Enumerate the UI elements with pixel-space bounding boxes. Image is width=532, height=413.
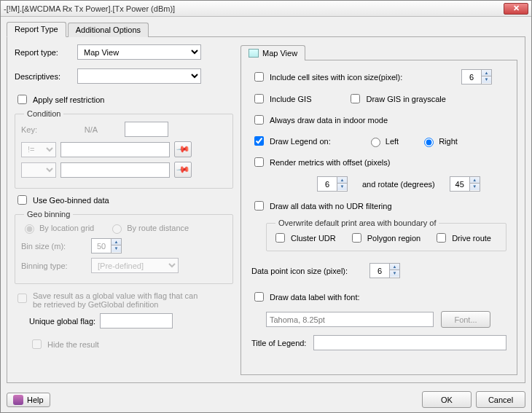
condition-legend: Condition xyxy=(24,109,63,118)
condition-key-label: Key: xyxy=(21,125,58,134)
ok-button[interactable]: OK xyxy=(422,391,472,408)
apply-self-restriction-checkbox[interactable] xyxy=(17,95,27,104)
bin-size-label: Bin size (m): xyxy=(21,242,87,251)
spinner-down-icon[interactable]: ▼ xyxy=(390,270,399,277)
spinner-up-icon[interactable]: ▲ xyxy=(482,70,491,76)
condition-fieldset: Condition Key: N/A != 📌 xyxy=(15,114,233,189)
title-of-legend-label: Title of Legend: xyxy=(251,339,306,347)
drive-route-checkbox[interactable] xyxy=(437,233,446,243)
descriptives-select[interactable] xyxy=(77,68,201,84)
geo-binning-legend: Geo binning xyxy=(24,210,73,219)
always-indoor-checkbox[interactable] xyxy=(254,115,264,125)
unique-flag-input[interactable] xyxy=(100,313,173,329)
condition-pick-button-2[interactable]: 📌 xyxy=(174,162,192,178)
condition-logic-select[interactable] xyxy=(21,162,56,178)
descriptives-label: Descriptives: xyxy=(15,72,73,81)
titlebar: -[!M].[&WCDMA Rx Tx Power].[Tx Power (dB… xyxy=(1,1,531,17)
rotate-label: and rotate (degrees) xyxy=(362,180,435,189)
condition-op-select[interactable]: != xyxy=(21,142,56,157)
hide-result-checkbox[interactable] xyxy=(32,339,42,349)
spinner-down-icon[interactable]: ▼ xyxy=(470,184,480,190)
rotate-input[interactable] xyxy=(450,177,469,191)
bin-size-spinner[interactable]: ▲▼ xyxy=(91,238,122,253)
spinner-up-icon[interactable]: ▲ xyxy=(390,264,399,270)
data-point-input[interactable] xyxy=(370,264,389,278)
condition-value-input-2[interactable] xyxy=(60,162,170,178)
spinner-up-icon[interactable]: ▲ xyxy=(470,177,480,184)
geo-binning-fieldset: Geo binning By location grid By route di… xyxy=(15,214,233,284)
save-result-label: Save result as a global value with flag … xyxy=(33,291,208,309)
spinner-up-icon[interactable]: ▲ xyxy=(112,239,121,245)
no-udr-checkbox[interactable] xyxy=(254,201,264,211)
offset-input[interactable] xyxy=(318,177,337,191)
title-of-legend-input[interactable] xyxy=(313,335,506,350)
right-tabstrip: Map View xyxy=(240,44,517,60)
unique-flag-label: Unique global flag: xyxy=(29,317,95,326)
binning-type-label: Binning type: xyxy=(21,261,87,270)
draw-gis-grayscale-checkbox[interactable] xyxy=(351,94,360,103)
spinner-down-icon[interactable]: ▼ xyxy=(482,76,491,83)
legend-right-radio[interactable] xyxy=(424,138,434,147)
pushpin-icon: 📌 xyxy=(176,162,190,177)
bin-size-input[interactable] xyxy=(92,239,111,253)
report-type-label: Report type: xyxy=(15,48,73,57)
map-view-icon xyxy=(249,49,259,58)
help-icon xyxy=(13,395,23,405)
draw-legend-checkbox[interactable] xyxy=(254,136,264,146)
by-route-radio[interactable] xyxy=(112,224,122,234)
overwrite-fieldset: Overwrite default print area with bounda… xyxy=(266,223,506,251)
condition-key-input[interactable] xyxy=(125,122,168,137)
spinner-down-icon[interactable]: ▼ xyxy=(112,245,121,252)
spinner-down-icon[interactable]: ▼ xyxy=(337,184,347,190)
use-geo-binned-checkbox[interactable] xyxy=(17,195,27,205)
tab-report-type[interactable]: Report Type xyxy=(7,22,66,37)
close-button[interactable]: ✕ xyxy=(504,3,528,15)
spinner-up-icon[interactable]: ▲ xyxy=(337,177,347,184)
data-point-label: Data point icon size (pixel): xyxy=(251,267,348,275)
offset-spinner[interactable]: ▲▼ xyxy=(317,176,348,192)
condition-key-value: N/A xyxy=(62,125,120,134)
binning-type-select[interactable]: [Pre-defined] xyxy=(91,258,179,273)
tab-map-view[interactable]: Map View xyxy=(240,45,305,60)
tab-additional-options[interactable]: Additional Options xyxy=(68,23,149,37)
main-tabstrip: Report Type Additional Options xyxy=(7,21,525,37)
render-offset-checkbox[interactable] xyxy=(254,157,264,167)
apply-self-restriction-label: Apply self restriction xyxy=(33,95,104,104)
cluster-udr-checkbox[interactable] xyxy=(275,233,285,243)
report-type-select[interactable]: Map View xyxy=(77,44,201,60)
cell-icon-size-input[interactable] xyxy=(462,70,481,84)
include-gis-checkbox[interactable] xyxy=(254,94,264,103)
condition-pick-button-1[interactable]: 📌 xyxy=(174,141,192,157)
condition-value-input-1[interactable] xyxy=(60,142,170,157)
save-result-checkbox[interactable] xyxy=(17,294,27,303)
polygon-checkbox[interactable] xyxy=(352,233,361,243)
use-geo-binned-label: Use Geo-binned data xyxy=(33,196,109,205)
window-title: -[!M].[&WCDMA Rx Tx Power].[Tx Power (dB… xyxy=(4,4,504,13)
font-button[interactable]: Font... xyxy=(441,311,490,328)
data-point-spinner[interactable]: ▲▼ xyxy=(369,263,400,278)
pushpin-icon: 📌 xyxy=(176,142,190,157)
cell-icon-size-spinner[interactable]: ▲▼ xyxy=(461,69,492,84)
font-display-input xyxy=(266,312,434,327)
draw-label-font-checkbox[interactable] xyxy=(254,292,264,302)
overwrite-legend: Overwrite default print area with bounda… xyxy=(275,219,439,227)
legend-left-radio[interactable] xyxy=(371,138,380,147)
cancel-button[interactable]: Cancel xyxy=(476,391,525,408)
by-location-radio[interactable] xyxy=(25,224,34,234)
help-button[interactable]: Help xyxy=(7,393,50,407)
include-cell-sites-checkbox[interactable] xyxy=(254,72,264,82)
rotate-spinner[interactable]: ▲▼ xyxy=(450,176,480,192)
hide-result-label: Hide the result xyxy=(47,340,99,349)
